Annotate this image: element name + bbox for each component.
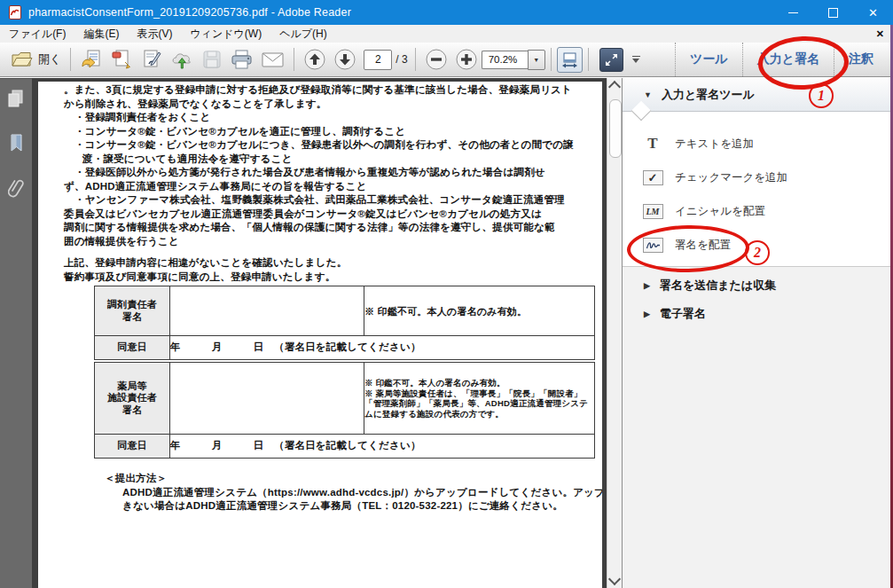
email-icon — [261, 49, 285, 70]
confirmation-text: 上記、登録申請内容に相違がないことを確認いたしました。 誓約事項及び同意事項に同… — [64, 256, 586, 284]
pdf-page[interactable]: 。また、3頁に規定する登録申請に対する拒絶及び登録取消等に関する基準に該当した場… — [38, 82, 602, 588]
create-pdf-button[interactable] — [106, 47, 137, 72]
document-text-line: ず、ADHD適正流通管理システム事務局にその旨を報告すること — [64, 180, 586, 194]
tool-label: テキストを追加 — [675, 137, 754, 152]
zoom-level-input[interactable]: 70.2% — [482, 51, 528, 69]
document-text-line: ・登録医師以外から処方箋が発行された場合及び患者情報から重複処方等が認められた場… — [64, 166, 586, 180]
cloud-upload-button[interactable] — [167, 47, 198, 72]
checkmark-icon: ✓ — [648, 171, 658, 184]
menu-items: ファイル(F)編集(E)表示(V)ウィンドウ(W)ヘルプ(H) — [0, 25, 336, 43]
share-file-icon — [80, 49, 103, 70]
add-text-icon: T — [647, 135, 657, 153]
next-page-button[interactable] — [330, 46, 360, 73]
consent-date-label-cell: 同意日 — [95, 435, 170, 459]
previous-page-button[interactable] — [300, 46, 330, 73]
consent-date-cell[interactable]: 年 月 日 （署名日を記載してください） — [170, 435, 595, 459]
signature-field-cell[interactable] — [170, 363, 364, 435]
adobe-reader-window: pharmacistConsentForm_20191209205736.pdf… — [0, 0, 893, 588]
open-button-label: 開く — [38, 51, 61, 67]
document-text-line: ・登録調剤責任者をおくこと — [64, 111, 586, 125]
document-text-line: から削除され、登録薬局でなくなることを了承します。 — [64, 98, 586, 112]
print-icon — [230, 49, 254, 70]
sign-document-icon — [140, 49, 163, 70]
print-button[interactable] — [226, 47, 257, 72]
share-file-button[interactable] — [76, 47, 106, 72]
email-button[interactable] — [257, 47, 288, 72]
open-button[interactable]: 開く — [7, 49, 65, 70]
document-text-line: 。また、3頁に規定する登録申請に対する拒絶及び登録取消等に関する基準に該当した場… — [64, 83, 586, 98]
send-or-collect-signatures-section[interactable]: ▶ 署名を送信または収集 — [623, 271, 893, 300]
menu-item[interactable]: ファイル(F) — [0, 25, 74, 43]
window-title: pharmacistConsentForm_20191209205736.pdf… — [28, 6, 351, 19]
zoom-out-button[interactable] — [421, 46, 451, 73]
close-icon: ✕ — [868, 7, 878, 19]
navigation-rail — [0, 78, 32, 588]
toolbar-separator — [70, 48, 71, 71]
menu-item[interactable]: ヘルプ(H) — [270, 25, 336, 43]
signature-label-cell: 薬局等 施設責任者 署名 — [95, 363, 170, 435]
attachments-icon[interactable] — [8, 178, 24, 201]
pharmacist-signature-table: 調剤責任者 署名 ※ 印鑑不可。本人の署名のみ有効。 同意日 年 月 日 （署名… — [94, 286, 595, 360]
document-text-line: ・コンサータ®錠・ビバンセ®カプセルにつき、登録患者以外への調剤を行わず、その他… — [64, 138, 586, 153]
toolbar-separator — [551, 48, 552, 71]
panel-lower-sections: ▶ 署名を送信または収集 ▶ 電子署名 — [623, 266, 893, 588]
add-checkmark-tool[interactable]: ✓ チェックマークを追加 — [623, 161, 893, 194]
zoom-in-icon — [455, 48, 478, 71]
place-initials-tool[interactable]: LM イニシャルを配置 — [623, 194, 893, 228]
chevron-down-icon — [632, 59, 639, 63]
pdf-file-icon — [8, 5, 22, 20]
initials-icon: LM — [646, 207, 660, 216]
scroll-up-icon[interactable] — [610, 82, 619, 91]
page-thumbnails-icon[interactable] — [7, 90, 25, 111]
main-area: 。また、3頁に規定する登録申請に対する拒絶及び登録取消等に関する基準に該当した場… — [0, 78, 893, 588]
minimize-icon — [788, 12, 798, 13]
tools-pane-button[interactable]: ツール — [675, 43, 742, 76]
folder-open-icon — [11, 51, 33, 68]
section-label: 電子署名 — [660, 306, 706, 322]
maximize-button[interactable] — [813, 0, 853, 25]
document-text-line: 渡・譲受についても適用法令を遵守すること — [64, 153, 586, 167]
document-text-line: 委員会又はビバンセカプセル適正流通管理委員会がコンサータ®錠又はビバンセ®カプセ… — [64, 208, 586, 222]
consent-date-cell[interactable]: 年 月 日 （署名日を記載してください） — [170, 336, 595, 360]
menu-close-icon[interactable]: ✕ — [876, 25, 884, 43]
tool-label: イニシャルを配置 — [675, 204, 765, 219]
panel-header[interactable]: ▼ 入力と署名ツール — [623, 78, 893, 112]
expand-arrows-icon — [604, 52, 619, 67]
page-total-label: / 3 — [396, 53, 407, 66]
reading-mode-button[interactable] — [599, 48, 623, 72]
panel-header-label: 入力と署名ツール — [662, 87, 755, 103]
cloud-upload-icon — [170, 49, 194, 70]
zoom-dropdown-button[interactable]: ▼ — [528, 50, 545, 70]
sign-document-button[interactable] — [137, 47, 167, 72]
signature-field-cell[interactable] — [170, 286, 364, 336]
triangle-down-icon: ▼ — [644, 90, 652, 99]
close-button[interactable]: ✕ — [853, 0, 893, 25]
signature-note-cell: ※ 印鑑不可。本人の署名のみ有効。 ※ 薬局等施設責任者は、「理事長」「院長」「… — [364, 363, 595, 435]
save-button[interactable] — [198, 47, 226, 72]
fit-width-button[interactable] — [557, 47, 583, 73]
triangle-right-icon: ▶ — [644, 310, 650, 318]
consent-date-label-cell: 同意日 — [95, 336, 170, 360]
save-icon — [201, 49, 223, 70]
toolbar-separator — [588, 48, 589, 71]
create-pdf-icon — [110, 49, 133, 70]
menu-item[interactable]: 編集(E) — [74, 25, 128, 43]
scrollbar-thumb[interactable] — [609, 99, 622, 158]
digital-signature-section[interactable]: ▶ 電子署名 — [623, 300, 893, 328]
zoom-in-button[interactable] — [451, 46, 482, 73]
page-up-icon — [303, 48, 326, 71]
add-text-tool[interactable]: T テキストを追加 — [623, 127, 893, 161]
menu-item[interactable]: ウィンドウ(W) — [181, 25, 270, 43]
menu-bar: ファイル(F)編集(E)表示(V)ウィンドウ(W)ヘルプ(H) ✕ — [0, 25, 893, 43]
document-scrollbar[interactable] — [607, 78, 622, 588]
chevron-down-icon: ▼ — [533, 57, 539, 63]
scroll-down-icon[interactable] — [610, 575, 619, 584]
bookmarks-icon[interactable] — [8, 134, 24, 155]
document-text-line: ・コンサータ®錠・ビバンセ®カプセルを適正に管理し、調剤すること — [64, 125, 586, 139]
page-number-input[interactable]: 2 — [364, 50, 392, 70]
menu-item[interactable]: 表示(V) — [128, 25, 181, 43]
annotation-step-2: 2 — [745, 240, 770, 265]
toolbar-overflow-button[interactable] — [632, 56, 640, 63]
minimize-button[interactable] — [773, 0, 813, 25]
submission-line: ADHD適正流通管理システム（https://www.adhd-vcdcs.jp… — [122, 486, 586, 500]
